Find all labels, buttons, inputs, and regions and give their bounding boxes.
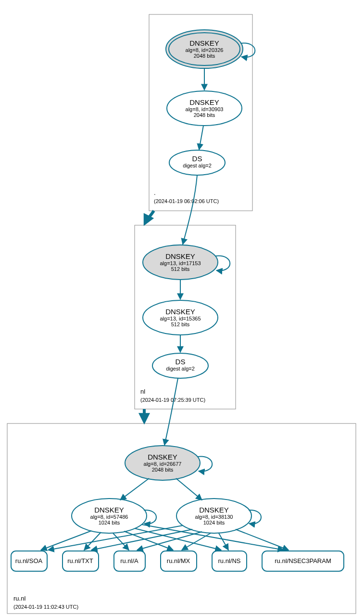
- zone-nl-ts: (2024-01-19 07:25:39 UTC): [140, 397, 205, 403]
- edge-root-to-nl-zone: [145, 211, 154, 223]
- edge-root-zsk-ds: [199, 126, 203, 150]
- svg-text:DNSKEY: DNSKEY: [165, 308, 195, 316]
- svg-text:DNSKEY: DNSKEY: [165, 252, 195, 260]
- svg-text:alg=8, id=57486: alg=8, id=57486: [90, 514, 128, 520]
- node-nl-ds: DS digest alg=2: [152, 353, 208, 378]
- rrset-row: ru.nl/SOA ru.nl/TXT ru.nl/A ru.nl/MX ru.…: [11, 551, 344, 571]
- zone-runl-ts: (2024-01-19 11:02:43 UTC): [13, 604, 78, 610]
- svg-text:digest alg=2: digest alg=2: [183, 163, 212, 168]
- svg-text:ru.nl/TXT: ru.nl/TXT: [67, 557, 93, 564]
- node-root-ds: DS digest alg=2: [169, 150, 225, 175]
- svg-text:alg=13, id=17153: alg=13, id=17153: [160, 260, 201, 266]
- svg-text:1024 bits: 1024 bits: [203, 520, 225, 525]
- svg-text:DNSKEY: DNSKEY: [199, 506, 229, 514]
- node-root-ksk: DNSKEY alg=8, id=20326 2048 bits: [166, 30, 243, 68]
- edge-runl-ksk-zsk2: [176, 478, 202, 500]
- edge-root-ds-nl-ksk: [183, 175, 197, 244]
- svg-text:ru.nl/NSEC3PARAM: ru.nl/NSEC3PARAM: [275, 557, 331, 564]
- svg-text:DNSKEY: DNSKEY: [189, 98, 219, 106]
- svg-text:DNSKEY: DNSKEY: [94, 506, 124, 514]
- node-runl-zsk2: DNSKEY alg=8, id=38130 1024 bits: [176, 499, 251, 533]
- svg-text:ru.nl/NS: ru.nl/NS: [218, 557, 241, 564]
- edge-runl-ksk-zsk1: [120, 478, 149, 500]
- svg-text:DNSKEY: DNSKEY: [148, 453, 177, 461]
- node-nl-zsk: DNSKEY alg=13, id=15365 512 bits: [143, 300, 218, 335]
- edge-z2-n3p: [236, 529, 289, 550]
- svg-text:alg=13, id=15365: alg=13, id=15365: [160, 316, 201, 321]
- dnssec-graph: . (2024-01-19 06:02:06 UTC) nl (2024-01-…: [0, 0, 364, 615]
- zone-root-label: .: [154, 189, 156, 196]
- svg-text:512 bits: 512 bits: [171, 321, 190, 327]
- svg-text:DS: DS: [192, 154, 202, 163]
- svg-text:ru.nl/A: ru.nl/A: [120, 557, 138, 564]
- node-runl-ksk: DNSKEY alg=8, id=26677 2048 bits: [125, 446, 200, 480]
- node-nl-ksk: DNSKEY alg=13, id=17153 512 bits: [143, 245, 218, 280]
- node-runl-zsk1: DNSKEY alg=8, id=57486 1024 bits: [72, 499, 147, 533]
- zone-runl-label: ru.nl: [13, 595, 25, 602]
- edge-nl-ds-runl-ksk: [164, 378, 178, 445]
- svg-text:2048 bits: 2048 bits: [194, 112, 215, 118]
- svg-text:DNSKEY: DNSKEY: [189, 39, 219, 47]
- svg-text:DS: DS: [176, 358, 186, 366]
- edge-z2-ns: [219, 533, 228, 550]
- svg-text:alg=8, id=26677: alg=8, id=26677: [144, 461, 182, 467]
- svg-text:ru.nl/SOA: ru.nl/SOA: [15, 557, 43, 564]
- svg-text:ru.nl/MX: ru.nl/MX: [167, 557, 190, 564]
- svg-text:2048 bits: 2048 bits: [194, 53, 215, 59]
- svg-text:alg=8, id=38130: alg=8, id=38130: [195, 514, 233, 520]
- svg-text:512 bits: 512 bits: [171, 266, 190, 272]
- svg-text:digest alg=2: digest alg=2: [166, 366, 195, 372]
- svg-text:1024 bits: 1024 bits: [99, 520, 120, 525]
- node-root-zsk: DNSKEY alg=8, id=30903 2048 bits: [167, 91, 242, 126]
- svg-text:alg=8, id=20326: alg=8, id=20326: [186, 47, 224, 53]
- svg-text:2048 bits: 2048 bits: [152, 467, 174, 473]
- zone-root-ts: (2024-01-19 06:02:06 UTC): [154, 198, 219, 204]
- svg-text:alg=8, id=30903: alg=8, id=30903: [186, 106, 224, 112]
- zone-nl-label: nl: [140, 388, 145, 395]
